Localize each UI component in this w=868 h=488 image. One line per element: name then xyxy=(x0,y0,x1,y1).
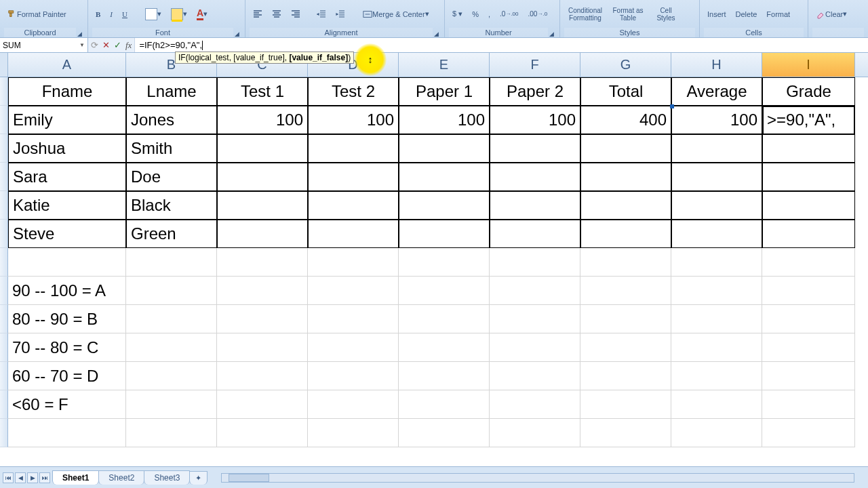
cell-A2[interactable]: Emily xyxy=(8,106,126,134)
cell-I2[interactable]: >=90,"A", xyxy=(762,106,855,134)
row-header-7[interactable] xyxy=(0,248,8,277)
header-average[interactable]: Average xyxy=(671,77,762,106)
header-paper1[interactable]: Paper 1 xyxy=(399,77,490,106)
cell-D6[interactable] xyxy=(308,220,399,248)
header-fname[interactable]: Fname xyxy=(8,77,126,106)
alignment-launcher-icon[interactable]: ◢ xyxy=(433,30,440,37)
sheet-tab-1[interactable]: Sheet1 xyxy=(52,470,99,485)
cell-D3[interactable] xyxy=(308,134,399,163)
cell-F4[interactable] xyxy=(490,163,580,191)
fill-color-button[interactable]: ▾ xyxy=(167,7,191,22)
percent-button[interactable]: % xyxy=(469,8,482,20)
cell-A4[interactable]: Sara xyxy=(8,163,126,191)
row-header-1[interactable] xyxy=(0,77,8,106)
cell-B7[interactable] xyxy=(126,248,217,277)
cell-I5[interactable] xyxy=(762,191,855,220)
format-as-table-button[interactable]: Format as Table xyxy=(609,5,647,23)
cell-H2[interactable]: 100 xyxy=(671,106,762,134)
cell-E3[interactable] xyxy=(399,134,490,163)
cell-A9[interactable]: 80 -- 90 = B xyxy=(8,305,126,333)
cell-G2[interactable]: 400 xyxy=(580,106,671,134)
currency-button[interactable]: $ ▾ xyxy=(449,8,466,20)
cell-C5[interactable] xyxy=(217,191,308,220)
cell-H4[interactable] xyxy=(671,163,762,191)
cell-G4[interactable] xyxy=(580,163,671,191)
clear-button[interactable]: Clear ▾ xyxy=(812,8,850,20)
header-test2[interactable]: Test 2 xyxy=(308,77,399,106)
sheet-tab-3[interactable]: Sheet3 xyxy=(144,470,190,485)
format-painter-button[interactable]: Format Painter xyxy=(4,8,70,20)
row-header-10[interactable] xyxy=(0,333,8,362)
cell-G5[interactable] xyxy=(580,191,671,220)
cell-F7[interactable] xyxy=(490,248,580,277)
font-launcher-icon[interactable]: ◢ xyxy=(233,30,241,37)
cell-A12[interactable]: <60 = F xyxy=(8,390,126,419)
cell-H3[interactable] xyxy=(671,134,762,163)
borders-button[interactable]: ▾ xyxy=(142,7,165,22)
header-total[interactable]: Total xyxy=(580,77,671,106)
cell-F2[interactable]: 100 xyxy=(490,106,580,134)
cell-B6[interactable]: Green xyxy=(126,220,217,248)
tab-nav-prev-icon[interactable]: ◀ xyxy=(15,472,26,483)
decrease-indent-button[interactable] xyxy=(313,8,330,20)
tab-nav-first-icon[interactable]: ⏮ xyxy=(3,472,14,483)
formula-cancel-icon[interactable]: ⟳ xyxy=(91,40,98,50)
underline-button[interactable]: U xyxy=(119,8,131,20)
conditional-formatting-button[interactable]: Conditional Formatting xyxy=(564,5,606,23)
row-header-9[interactable] xyxy=(0,305,8,333)
cell-B2[interactable]: Jones xyxy=(126,106,217,134)
col-header-G[interactable]: G xyxy=(580,53,671,77)
cell-E4[interactable] xyxy=(399,163,490,191)
row-header-3[interactable] xyxy=(0,134,8,163)
cell-A3[interactable]: Joshua xyxy=(8,134,126,163)
comma-button[interactable]: , xyxy=(485,8,494,20)
header-test1[interactable]: Test 1 xyxy=(217,77,308,106)
row-header-12[interactable] xyxy=(0,390,8,419)
col-header-E[interactable]: E xyxy=(399,53,490,77)
cell-C3[interactable] xyxy=(217,134,308,163)
row-header-11[interactable] xyxy=(0,362,8,390)
cell-A11[interactable]: 60 -- 70 = D xyxy=(8,362,126,390)
row-header-5[interactable] xyxy=(0,191,8,220)
header-grade[interactable]: Grade xyxy=(762,77,855,106)
cell-G3[interactable] xyxy=(580,134,671,163)
cell-B5[interactable]: Black xyxy=(126,191,217,220)
cell-D4[interactable] xyxy=(308,163,399,191)
increase-decimal-button[interactable]: .0→.00 xyxy=(496,8,521,20)
cell-H7[interactable] xyxy=(671,248,762,277)
row-header-4[interactable] xyxy=(0,163,8,191)
increase-indent-button[interactable] xyxy=(332,8,349,20)
select-all-button[interactable] xyxy=(0,53,8,77)
cell-A6[interactable]: Steve xyxy=(8,220,126,248)
bold-button[interactable]: B xyxy=(92,8,104,20)
row-header-8[interactable] xyxy=(0,277,8,305)
cell-I4[interactable] xyxy=(762,163,855,191)
cell-D7[interactable] xyxy=(308,248,399,277)
merge-center-button[interactable]: Merge & Center ▾ xyxy=(359,8,433,20)
decrease-decimal-button[interactable]: .00→.0 xyxy=(525,8,551,20)
cell-C2[interactable]: 100 xyxy=(217,106,308,134)
cell-A5[interactable]: Katie xyxy=(8,191,126,220)
cell-E5[interactable] xyxy=(399,191,490,220)
font-color-button[interactable]: A▾ xyxy=(193,6,211,22)
header-lname[interactable]: Lname xyxy=(126,77,217,106)
format-button[interactable]: Format xyxy=(763,8,793,20)
cell-E7[interactable] xyxy=(399,248,490,277)
align-left-button[interactable] xyxy=(250,8,266,20)
clipboard-launcher-icon[interactable]: ◢ xyxy=(76,30,83,37)
insert-button[interactable]: Insert xyxy=(704,8,730,20)
cell-H6[interactable] xyxy=(671,220,762,248)
sheet-tab-2[interactable]: Sheet2 xyxy=(98,470,144,485)
number-launcher-icon[interactable]: ◢ xyxy=(548,30,555,37)
row-header-6[interactable] xyxy=(0,220,8,248)
cell-F3[interactable] xyxy=(490,134,580,163)
cell-B4[interactable]: Doe xyxy=(126,163,217,191)
name-box[interactable]: SUM ▼ xyxy=(0,38,88,52)
cell-E6[interactable] xyxy=(399,220,490,248)
row-header-2[interactable] xyxy=(0,106,8,134)
tab-nav-next-icon[interactable]: ▶ xyxy=(27,472,38,483)
cell-E2[interactable]: 100 xyxy=(399,106,490,134)
col-header-A[interactable]: A xyxy=(8,53,126,77)
insert-function-icon[interactable]: fx xyxy=(125,40,132,51)
cell-G7[interactable] xyxy=(580,248,671,277)
